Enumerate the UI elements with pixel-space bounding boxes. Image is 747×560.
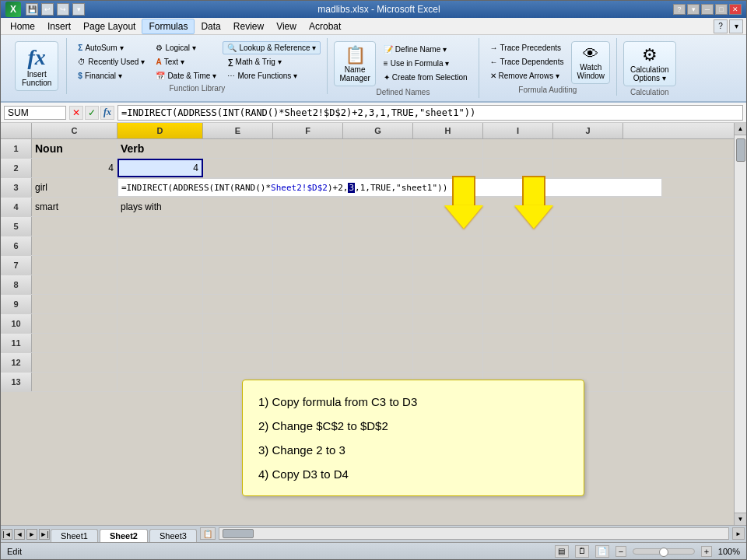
sheet-tab-sheet3[interactable]: Sheet3 bbox=[149, 529, 197, 542]
row-header-12[interactable]: 12 bbox=[1, 353, 32, 372]
cell-g1[interactable] bbox=[343, 139, 413, 158]
math-trig-btn[interactable]: ∑ Math & Trig ▾ bbox=[223, 55, 321, 68]
cell-f12[interactable] bbox=[273, 353, 343, 372]
cell-g2[interactable] bbox=[343, 159, 413, 177]
cell-h7[interactable] bbox=[413, 256, 483, 275]
confirm-formula-btn[interactable]: ✓ bbox=[85, 106, 99, 120]
zoom-minus-btn[interactable]: − bbox=[615, 546, 626, 557]
date-time-btn[interactable]: 📅 Date & Time ▾ bbox=[151, 69, 221, 82]
cell-j7[interactable] bbox=[553, 256, 623, 275]
cell-c6[interactable] bbox=[32, 236, 117, 255]
cell-i6[interactable] bbox=[483, 236, 553, 255]
ribbon-minimize-btn[interactable]: ▾ bbox=[687, 4, 700, 15]
scroll-up-btn[interactable]: ▲ bbox=[735, 123, 747, 135]
cell-i11[interactable] bbox=[483, 334, 553, 352]
cell-g12[interactable] bbox=[343, 353, 413, 372]
cell-e7[interactable] bbox=[203, 256, 273, 275]
row-header-1[interactable]: 1 bbox=[1, 139, 32, 158]
cell-d5[interactable] bbox=[117, 217, 203, 236]
cell-j1[interactable] bbox=[553, 139, 623, 158]
zoom-level[interactable]: 100% bbox=[718, 547, 740, 556]
row-header-13[interactable]: 13 bbox=[1, 373, 32, 391]
cell-i9[interactable] bbox=[483, 295, 553, 313]
cell-c13[interactable] bbox=[32, 373, 117, 391]
scroll-down-btn[interactable]: ▼ bbox=[735, 513, 747, 525]
zoom-plus-btn[interactable]: + bbox=[701, 546, 712, 557]
cell-h6[interactable] bbox=[413, 236, 483, 255]
cell-e5[interactable] bbox=[203, 217, 273, 236]
row-header-8[interactable]: 8 bbox=[1, 275, 32, 294]
cell-d10[interactable] bbox=[117, 314, 203, 333]
cell-c8[interactable] bbox=[32, 275, 117, 294]
cell-d1[interactable]: Verb bbox=[117, 139, 203, 158]
cell-j12[interactable] bbox=[553, 353, 623, 372]
logical-btn[interactable]: ⚙ Logical ▾ bbox=[151, 41, 221, 54]
cell-e2[interactable] bbox=[203, 159, 273, 177]
col-header-f[interactable]: F bbox=[273, 123, 343, 138]
menu-review[interactable]: Review bbox=[227, 19, 270, 33]
name-manager-btn[interactable]: 📋 NameManager bbox=[334, 41, 375, 86]
cell-j6[interactable] bbox=[553, 236, 623, 255]
cell-d9[interactable] bbox=[117, 295, 203, 313]
vertical-scrollbar[interactable]: ▲ ▼ bbox=[734, 123, 746, 525]
cell-c4[interactable]: smart bbox=[32, 198, 117, 216]
cell-d7[interactable] bbox=[117, 256, 203, 275]
cell-f7[interactable] bbox=[273, 256, 343, 275]
row-header-7[interactable]: 7 bbox=[1, 256, 32, 275]
cell-j5[interactable] bbox=[553, 217, 623, 236]
cell-d8[interactable] bbox=[117, 275, 203, 294]
row-header-2[interactable]: 2 bbox=[1, 159, 32, 177]
cell-h9[interactable] bbox=[413, 295, 483, 313]
cell-h12[interactable] bbox=[413, 353, 483, 372]
sheet-nav-next[interactable]: ► bbox=[26, 529, 37, 540]
menu-home[interactable]: Home bbox=[4, 19, 41, 33]
cell-e11[interactable] bbox=[203, 334, 273, 352]
cell-c5[interactable] bbox=[32, 217, 117, 236]
cell-d3[interactable]: =INDIRECT(ADDRESS(INT(RAND()*Sheet2!$D$2… bbox=[117, 178, 662, 197]
cancel-formula-btn[interactable]: ✕ bbox=[69, 106, 83, 120]
menu-data[interactable]: Data bbox=[195, 19, 226, 33]
sheet-nav-first[interactable]: |◄ bbox=[2, 529, 12, 540]
cell-h8[interactable] bbox=[413, 275, 483, 294]
use-in-formula-btn[interactable]: ≡ Use in Formula ▾ bbox=[379, 57, 472, 70]
cell-j4[interactable] bbox=[553, 198, 623, 216]
row-header-5[interactable]: 5 bbox=[1, 217, 32, 236]
undo-btn[interactable]: ↩ bbox=[41, 3, 54, 16]
cell-d2[interactable]: 4 bbox=[117, 159, 203, 177]
cell-f2[interactable] bbox=[273, 159, 343, 177]
page-break-btn[interactable]: 📄 bbox=[595, 545, 609, 558]
help-btn[interactable]: ? bbox=[673, 4, 686, 15]
row-header-3[interactable]: 3 bbox=[1, 178, 32, 197]
cell-d12[interactable] bbox=[117, 353, 203, 372]
insert-function-btn[interactable]: fx InsertFunction bbox=[15, 41, 58, 91]
cell-j11[interactable] bbox=[553, 334, 623, 352]
hscroll-right-btn[interactable]: ► bbox=[732, 527, 745, 540]
cell-h10[interactable] bbox=[413, 314, 483, 333]
cell-f5[interactable] bbox=[273, 217, 343, 236]
cell-d13[interactable] bbox=[117, 373, 203, 391]
menu-acrobat[interactable]: Acrobat bbox=[303, 19, 347, 33]
cell-c7[interactable] bbox=[32, 256, 117, 275]
cell-g7[interactable] bbox=[343, 256, 413, 275]
more-functions-btn[interactable]: ⋯ More Functions ▾ bbox=[223, 69, 321, 82]
cell-j9[interactable] bbox=[553, 295, 623, 313]
scroll-thumb[interactable] bbox=[736, 138, 745, 162]
normal-view-btn[interactable]: ▤ bbox=[555, 545, 569, 558]
insert-function-formula-btn[interactable]: fx bbox=[100, 106, 114, 120]
cell-j10[interactable] bbox=[553, 314, 623, 333]
zoom-slider[interactable] bbox=[633, 548, 695, 555]
recently-used-btn[interactable]: ⏱ Recently Used ▾ bbox=[73, 55, 149, 68]
cell-g6[interactable] bbox=[343, 236, 413, 255]
cell-c12[interactable] bbox=[32, 353, 117, 372]
cell-e8[interactable] bbox=[203, 275, 273, 294]
cell-h2[interactable] bbox=[413, 159, 483, 177]
create-from-selection-btn[interactable]: ✦ Create from Selection bbox=[379, 71, 472, 84]
help-icon[interactable]: ? bbox=[714, 19, 728, 33]
watch-window-btn[interactable]: 👁 WatchWindow bbox=[571, 41, 610, 84]
customize-btn[interactable]: ▾ bbox=[72, 3, 85, 16]
cell-f10[interactable] bbox=[273, 314, 343, 333]
cell-f8[interactable] bbox=[273, 275, 343, 294]
cell-d6[interactable] bbox=[117, 236, 203, 255]
row-header-9[interactable]: 9 bbox=[1, 295, 32, 313]
cell-e1[interactable] bbox=[203, 139, 273, 158]
